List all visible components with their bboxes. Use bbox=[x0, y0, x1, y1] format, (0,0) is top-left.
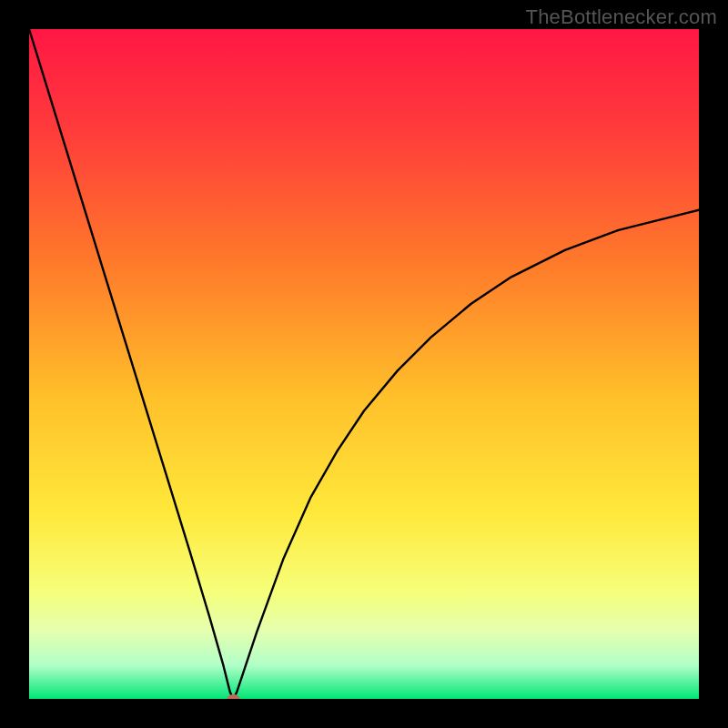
bottleneck-chart bbox=[29, 29, 699, 699]
chart-frame: TheBottlenecker.com bbox=[0, 0, 728, 728]
watermark-text: TheBottlenecker.com bbox=[526, 5, 717, 29]
gradient-background bbox=[29, 29, 699, 699]
